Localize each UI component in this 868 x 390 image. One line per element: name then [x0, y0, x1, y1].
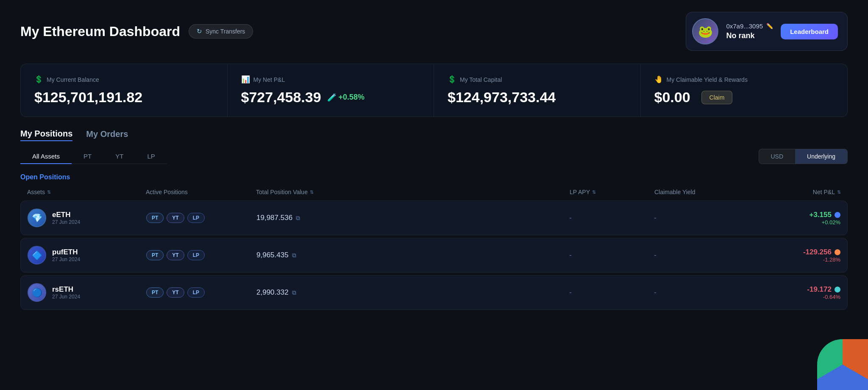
pufeth-claimable-yield: - [654, 251, 747, 259]
edit-icon[interactable]: ✏️ [766, 23, 773, 29]
copy-icon-pufeth[interactable]: ⧉ [292, 252, 296, 259]
header-active-positions: Active Positions [146, 189, 256, 195]
copy-icon-eeth[interactable]: ⧉ [296, 214, 300, 222]
eeth-pnl-cell: +3.155 +0.02% [747, 211, 840, 226]
header-left: My Ethereum Dashboard ↻ Sync Transfers [20, 24, 253, 39]
table-row: 🔵 rsETH 27 Jun 2024 PT YT LP 2,990.332 ⧉… [20, 275, 848, 310]
rseth-icon: 🔵 [28, 283, 46, 302]
filter-row: All Assets PT YT LP USD Underlying [0, 149, 868, 164]
stat-current-balance-value: $125,701,191.82 [34, 89, 214, 106]
stat-total-capital-label: 💲 My Total Capital [448, 75, 627, 84]
header-lp-apy: LP APY ⇅ [570, 189, 654, 195]
pufeth-pnl-dot [835, 249, 840, 255]
claim-button[interactable]: Claim [701, 91, 733, 104]
table-row: 💎 eETH 27 Jun 2024 PT YT LP 19,987.536 ⧉… [20, 201, 848, 235]
user-address: 0x7a9...3095 ✏️ [726, 22, 773, 30]
capital-icon: 💲 [448, 75, 456, 84]
tab-my-orders[interactable]: My Orders [86, 129, 128, 141]
tag-lp-eeth[interactable]: LP [187, 213, 205, 223]
user-panel: 🐸 0x7a9...3095 ✏️ No rank Leaderboard [686, 12, 848, 51]
tag-pt-eeth[interactable]: PT [146, 213, 164, 223]
header-net-pnl: Net P&L ⇅ [748, 189, 841, 195]
sort-lpapy-icon[interactable]: ⇅ [592, 189, 596, 195]
sync-icon: ↻ [197, 28, 202, 35]
eeth-pnl-value: +3.155 [810, 211, 840, 219]
stats-bar: 💲 My Current Balance $125,701,191.82 📊 M… [20, 64, 848, 117]
pufeth-pnl-cell: -129.256 -1.28% [747, 248, 840, 263]
balance-icon: 💲 [34, 75, 43, 84]
tag-lp-pufeth[interactable]: LP [187, 250, 205, 260]
view-toggle: USD Underlying [759, 149, 848, 164]
rseth-pnl-value: -19.172 [807, 285, 840, 294]
tab-my-positions[interactable]: My Positions [20, 129, 72, 141]
pufeth-pnl-value: -129.256 [803, 248, 840, 256]
header-claimable-yield: Claimable Yield [654, 189, 748, 195]
avatar: 🐸 [692, 18, 718, 45]
rseth-pnl-pct: -0.64% [823, 294, 840, 300]
pnl-badge: 🧪 +0.58% [327, 93, 365, 102]
tag-pt-rseth[interactable]: PT [146, 287, 164, 298]
leaderboard-button[interactable]: Leaderboard [781, 24, 838, 39]
view-toggle-usd[interactable]: USD [759, 149, 796, 164]
view-toggle-underlying[interactable]: Underlying [795, 149, 847, 164]
sort-assets-icon[interactable]: ⇅ [47, 189, 51, 195]
stat-claimable-label: 🤚 My Claimable Yield & Rewards [654, 75, 834, 84]
copy-icon-rseth[interactable]: ⧉ [292, 289, 296, 296]
pufeth-icon: 🔷 [28, 246, 46, 265]
eeth-lp-apy: - [569, 214, 654, 222]
rseth-tags: PT YT LP [146, 287, 256, 298]
yield-icon: 🤚 [654, 75, 663, 84]
rseth-total-value: 2,990.332 ⧉ [256, 288, 569, 297]
positions-table: Assets ⇅ Active Positions Total Position… [0, 189, 868, 310]
pufeth-lp-apy: - [569, 251, 654, 259]
pufeth-tags: PT YT LP [146, 250, 256, 260]
asset-tab-lp[interactable]: LP [135, 149, 167, 164]
rseth-lp-apy: - [569, 288, 654, 297]
tag-yt-eeth[interactable]: YT [167, 213, 184, 223]
stat-current-balance: 💲 My Current Balance $125,701,191.82 [21, 64, 228, 117]
rseth-claimable-yield: - [654, 288, 747, 297]
main-tabs: My Positions My Orders [0, 129, 868, 141]
stat-net-pnl-value: $727,458.39 🧪 +0.58% [241, 89, 420, 106]
eeth-icon: 💎 [28, 209, 46, 227]
asset-tab-all[interactable]: All Assets [20, 149, 72, 164]
sort-pnl-icon[interactable]: ⇅ [837, 189, 841, 195]
asset-cell-rseth: 🔵 rsETH 27 Jun 2024 [28, 283, 146, 302]
user-rank: No rank [726, 31, 773, 40]
rseth-name: rsETH 27 Jun 2024 [52, 285, 80, 300]
table-row: 🔷 pufETH 27 Jun 2024 PT YT LP 9,965.435 … [20, 238, 848, 273]
tag-pt-pufeth[interactable]: PT [146, 250, 164, 260]
eeth-pnl-pct: +0.02% [822, 219, 840, 226]
sync-transfers-button[interactable]: ↻ Sync Transfers [189, 24, 253, 39]
eeth-tags: PT YT LP [146, 213, 256, 223]
rseth-pnl-cell: -19.172 -0.64% [747, 285, 840, 300]
sort-value-icon[interactable]: ⇅ [310, 189, 314, 195]
stat-net-pnl: 📊 My Net P&L $727,458.39 🧪 +0.58% [228, 64, 434, 117]
stat-current-balance-label: 💲 My Current Balance [34, 75, 214, 84]
stat-total-capital-value: $124,973,733.44 [448, 89, 627, 106]
pufeth-name: pufETH 27 Jun 2024 [52, 248, 80, 262]
stat-claimable-value: $0.00 Claim [654, 89, 834, 106]
asset-cell-pufeth: 🔷 pufETH 27 Jun 2024 [28, 246, 146, 265]
tag-yt-pufeth[interactable]: YT [167, 250, 184, 260]
table-header: Assets ⇅ Active Positions Total Position… [20, 189, 848, 201]
stat-net-pnl-label: 📊 My Net P&L [241, 75, 420, 84]
asset-tab-yt[interactable]: YT [103, 149, 135, 164]
eeth-claimable-yield: - [654, 214, 747, 222]
header: My Ethereum Dashboard ↻ Sync Transfers 🐸… [0, 0, 868, 59]
tag-lp-rseth[interactable]: LP [187, 287, 205, 298]
page-title: My Ethereum Dashboard [20, 24, 180, 39]
stat-claimable-yield: 🤚 My Claimable Yield & Rewards $0.00 Cla… [641, 64, 848, 117]
pufeth-total-value: 9,965.435 ⧉ [256, 251, 569, 259]
asset-tabs: All Assets PT YT LP [20, 149, 167, 164]
eeth-total-value: 19,987.536 ⧉ [256, 214, 569, 222]
asset-tab-pt[interactable]: PT [72, 149, 103, 164]
bottom-decoration [817, 339, 868, 390]
rseth-pnl-dot [835, 287, 840, 292]
pnl-icon: 📊 [241, 75, 250, 84]
eeth-pnl-dot [835, 212, 840, 218]
pufeth-pnl-pct: -1.28% [823, 256, 840, 263]
header-total-value: Total Position Value ⇅ [256, 189, 570, 195]
tag-yt-rseth[interactable]: YT [167, 287, 184, 298]
open-positions-label: Open Positions [0, 173, 868, 181]
